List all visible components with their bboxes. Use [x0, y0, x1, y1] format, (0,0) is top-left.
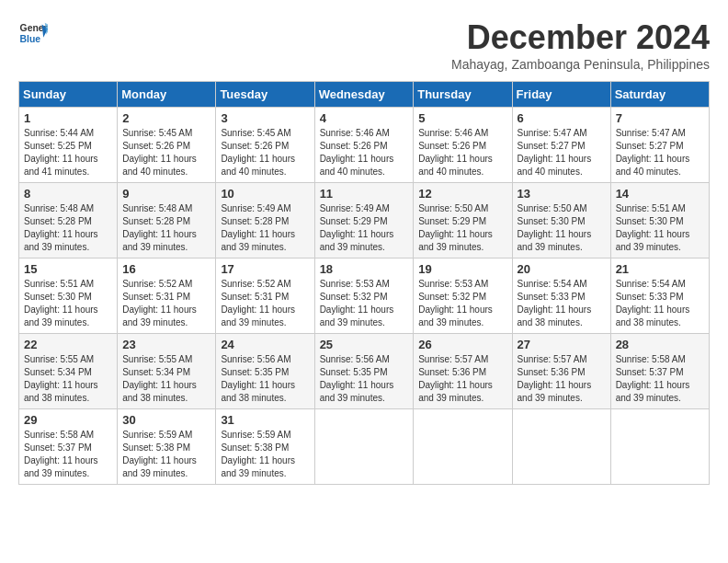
day-number: 17 — [221, 262, 309, 276]
day-number: 23 — [122, 338, 210, 351]
day-info: Sunrise: 5:49 AMSunset: 5:28 PMDaylight:… — [221, 203, 295, 252]
day-info: Sunrise: 5:54 AMSunset: 5:33 PMDaylight:… — [518, 279, 592, 327]
day-number: 7 — [616, 111, 704, 125]
weekday-header-monday: Monday — [118, 82, 216, 108]
day-number: 1 — [24, 111, 112, 125]
calendar-cell: 27 Sunrise: 5:57 AMSunset: 5:36 PMDaylig… — [512, 334, 610, 409]
day-number: 19 — [418, 262, 506, 276]
day-number: 27 — [518, 338, 606, 351]
day-number: 14 — [616, 187, 704, 201]
day-info: Sunrise: 5:54 AMSunset: 5:33 PMDaylight:… — [616, 279, 690, 327]
day-info: Sunrise: 5:47 AMSunset: 5:27 PMDaylight:… — [616, 128, 690, 177]
calendar-cell: 28 Sunrise: 5:58 AMSunset: 5:37 PMDaylig… — [610, 334, 709, 409]
calendar-week-1: 1 Sunrise: 5:44 AMSunset: 5:25 PMDayligh… — [19, 108, 710, 183]
calendar-week-5: 29 Sunrise: 5:58 AMSunset: 5:37 PMDaylig… — [19, 409, 710, 485]
calendar-cell: 16 Sunrise: 5:52 AMSunset: 5:31 PMDaylig… — [118, 259, 216, 334]
day-info: Sunrise: 5:59 AMSunset: 5:38 PMDaylight:… — [122, 430, 197, 478]
day-info: Sunrise: 5:53 AMSunset: 5:32 PMDaylight:… — [320, 279, 394, 327]
calendar-cell: 30 Sunrise: 5:59 AMSunset: 5:38 PMDaylig… — [118, 409, 216, 485]
day-info: Sunrise: 5:58 AMSunset: 5:37 PMDaylight:… — [616, 354, 690, 403]
day-info: Sunrise: 5:50 AMSunset: 5:29 PMDaylight:… — [418, 203, 493, 252]
day-number: 4 — [320, 111, 409, 125]
day-number: 26 — [418, 338, 506, 351]
day-number: 20 — [518, 262, 606, 276]
day-number: 24 — [221, 338, 309, 351]
day-number: 5 — [418, 111, 506, 125]
day-info: Sunrise: 5:45 AMSunset: 5:26 PMDaylight:… — [221, 128, 295, 177]
calendar-cell: 10 Sunrise: 5:49 AMSunset: 5:28 PMDaylig… — [216, 183, 314, 259]
day-number: 2 — [122, 111, 210, 125]
calendar-week-3: 15 Sunrise: 5:51 AMSunset: 5:30 PMDaylig… — [19, 259, 710, 334]
weekday-header-wednesday: Wednesday — [314, 82, 414, 108]
calendar-table: SundayMondayTuesdayWednesdayThursdayFrid… — [18, 81, 710, 485]
calendar-cell: 22 Sunrise: 5:55 AMSunset: 5:34 PMDaylig… — [19, 334, 118, 409]
weekday-header-row: SundayMondayTuesdayWednesdayThursdayFrid… — [19, 82, 710, 108]
calendar-cell: 24 Sunrise: 5:56 AMSunset: 5:35 PMDaylig… — [216, 334, 314, 409]
day-info: Sunrise: 5:53 AMSunset: 5:32 PMDaylight:… — [418, 279, 493, 327]
day-info: Sunrise: 5:56 AMSunset: 5:35 PMDaylight:… — [320, 354, 394, 403]
day-number: 15 — [24, 262, 112, 276]
day-info: Sunrise: 5:51 AMSunset: 5:30 PMDaylight:… — [24, 279, 98, 327]
day-info: Sunrise: 5:55 AMSunset: 5:34 PMDaylight:… — [122, 354, 197, 403]
title-area: December 2024 Mahayag, Zamboanga Peninsu… — [451, 18, 710, 72]
day-info: Sunrise: 5:52 AMSunset: 5:31 PMDaylight:… — [221, 279, 295, 327]
calendar-cell: 8 Sunrise: 5:48 AMSunset: 5:28 PMDayligh… — [19, 183, 118, 259]
calendar-cell: 14 Sunrise: 5:51 AMSunset: 5:30 PMDaylig… — [610, 183, 709, 259]
logo: General Blue — [18, 18, 48, 48]
calendar-cell: 17 Sunrise: 5:52 AMSunset: 5:31 PMDaylig… — [216, 259, 314, 334]
calendar-cell: 4 Sunrise: 5:46 AMSunset: 5:26 PMDayligh… — [314, 108, 414, 183]
day-info: Sunrise: 5:51 AMSunset: 5:30 PMDaylight:… — [616, 203, 690, 252]
calendar-cell: 15 Sunrise: 5:51 AMSunset: 5:30 PMDaylig… — [19, 259, 118, 334]
calendar-cell: 12 Sunrise: 5:50 AMSunset: 5:29 PMDaylig… — [414, 183, 512, 259]
svg-text:Blue: Blue — [20, 34, 41, 44]
day-info: Sunrise: 5:59 AMSunset: 5:38 PMDaylight:… — [221, 430, 295, 478]
day-number: 9 — [122, 187, 210, 201]
day-number: 25 — [320, 338, 409, 351]
day-number: 6 — [518, 111, 606, 125]
calendar-cell: 3 Sunrise: 5:45 AMSunset: 5:26 PMDayligh… — [216, 108, 314, 183]
day-number: 18 — [320, 262, 409, 276]
calendar-cell — [314, 409, 414, 485]
day-info: Sunrise: 5:48 AMSunset: 5:28 PMDaylight:… — [122, 203, 197, 252]
logo-icon: General Blue — [18, 18, 48, 48]
day-info: Sunrise: 5:46 AMSunset: 5:26 PMDaylight:… — [320, 128, 394, 177]
day-number: 28 — [616, 338, 704, 351]
calendar-cell: 18 Sunrise: 5:53 AMSunset: 5:32 PMDaylig… — [314, 259, 414, 334]
calendar-cell: 5 Sunrise: 5:46 AMSunset: 5:26 PMDayligh… — [414, 108, 512, 183]
day-number: 13 — [518, 187, 606, 201]
calendar-week-4: 22 Sunrise: 5:55 AMSunset: 5:34 PMDaylig… — [19, 334, 710, 409]
day-info: Sunrise: 5:45 AMSunset: 5:26 PMDaylight:… — [122, 128, 197, 177]
day-info: Sunrise: 5:49 AMSunset: 5:29 PMDaylight:… — [320, 203, 394, 252]
calendar-cell — [610, 409, 709, 485]
month-title: December 2024 — [451, 18, 710, 57]
day-info: Sunrise: 5:55 AMSunset: 5:34 PMDaylight:… — [24, 354, 98, 403]
calendar-cell: 26 Sunrise: 5:57 AMSunset: 5:36 PMDaylig… — [414, 334, 512, 409]
weekday-header-thursday: Thursday — [414, 82, 512, 108]
day-number: 22 — [24, 338, 112, 351]
calendar-cell: 11 Sunrise: 5:49 AMSunset: 5:29 PMDaylig… — [314, 183, 414, 259]
day-info: Sunrise: 5:50 AMSunset: 5:30 PMDaylight:… — [518, 203, 592, 252]
day-number: 11 — [320, 187, 409, 201]
day-number: 16 — [122, 262, 210, 276]
calendar-cell: 2 Sunrise: 5:45 AMSunset: 5:26 PMDayligh… — [118, 108, 216, 183]
calendar-cell: 29 Sunrise: 5:58 AMSunset: 5:37 PMDaylig… — [19, 409, 118, 485]
day-info: Sunrise: 5:57 AMSunset: 5:36 PMDaylight:… — [418, 354, 493, 403]
day-number: 30 — [122, 413, 210, 427]
weekday-header-sunday: Sunday — [19, 82, 118, 108]
weekday-header-tuesday: Tuesday — [216, 82, 314, 108]
calendar-week-2: 8 Sunrise: 5:48 AMSunset: 5:28 PMDayligh… — [19, 183, 710, 259]
day-info: Sunrise: 5:48 AMSunset: 5:28 PMDaylight:… — [24, 203, 98, 252]
day-info: Sunrise: 5:58 AMSunset: 5:37 PMDaylight:… — [24, 430, 98, 478]
calendar-cell: 6 Sunrise: 5:47 AMSunset: 5:27 PMDayligh… — [512, 108, 610, 183]
calendar-cell: 9 Sunrise: 5:48 AMSunset: 5:28 PMDayligh… — [118, 183, 216, 259]
day-info: Sunrise: 5:56 AMSunset: 5:35 PMDaylight:… — [221, 354, 295, 403]
weekday-header-saturday: Saturday — [610, 82, 709, 108]
day-info: Sunrise: 5:52 AMSunset: 5:31 PMDaylight:… — [122, 279, 197, 327]
day-info: Sunrise: 5:57 AMSunset: 5:36 PMDaylight:… — [518, 354, 592, 403]
day-number: 12 — [418, 187, 506, 201]
calendar-cell: 19 Sunrise: 5:53 AMSunset: 5:32 PMDaylig… — [414, 259, 512, 334]
page-header: General Blue December 2024 Mahayag, Zamb… — [18, 18, 710, 72]
day-info: Sunrise: 5:44 AMSunset: 5:25 PMDaylight:… — [24, 128, 98, 177]
day-number: 3 — [221, 111, 309, 125]
calendar-cell: 31 Sunrise: 5:59 AMSunset: 5:38 PMDaylig… — [216, 409, 314, 485]
